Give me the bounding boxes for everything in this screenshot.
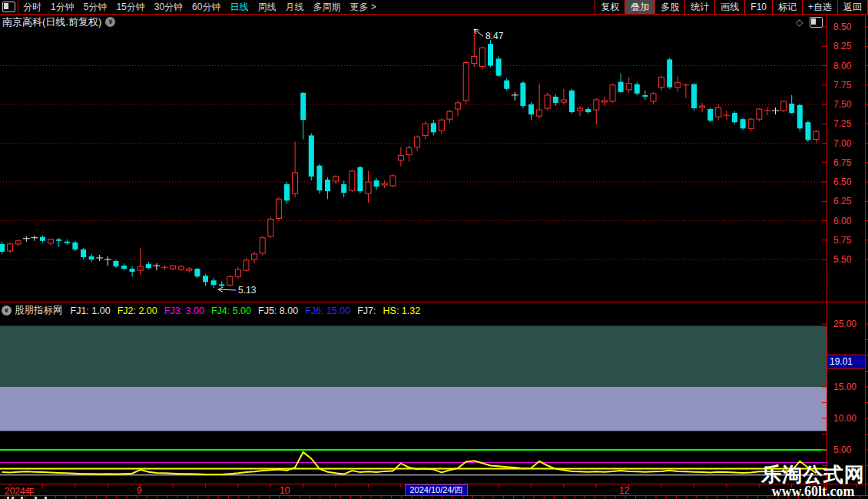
period-tab-8[interactable]: 月线 xyxy=(285,0,303,14)
toolbar-button-6[interactable]: 标记 xyxy=(772,0,802,14)
value-marker: 19.01 xyxy=(827,355,865,368)
period-tab-10[interactable]: 更多 > xyxy=(350,0,376,14)
indicator-param-5: FJ6: 15.00 xyxy=(305,306,350,316)
main-chart[interactable]: 8.508.258.007.757.507.257.006.756.506.25… xyxy=(0,14,868,302)
selected-date-badge: 2024/10/24/四 xyxy=(405,484,468,496)
candle-series xyxy=(0,29,819,288)
indicator-hlines xyxy=(0,450,827,475)
panel-layout-icon[interactable] xyxy=(810,17,823,28)
svg-text:7.75: 7.75 xyxy=(833,80,852,91)
period-tab-5[interactable]: 60分钟 xyxy=(192,0,220,14)
indicator-param-7: HS: 1.32 xyxy=(383,306,421,316)
date-label-1: 9 xyxy=(137,485,142,496)
svg-text:7.50: 7.50 xyxy=(833,99,852,110)
chart-corner-icons: ◇ xyxy=(796,17,823,28)
diamond-icon[interactable]: ◇ xyxy=(796,17,803,28)
period-tab-3[interactable]: 15分钟 xyxy=(116,0,144,14)
price-axis: 8.508.258.007.757.507.257.006.756.506.25… xyxy=(822,21,868,265)
indicator-param-1: FJ2: 2.00 xyxy=(118,306,157,316)
indicator-param-2: FJ3: 3.00 xyxy=(164,306,204,316)
indicator-header: ∨ 股朋指标网 FJ1: 1.00FJ2: 2.00FJ3: 3.00FJ4: … xyxy=(2,305,427,316)
svg-text:7.00: 7.00 xyxy=(833,138,852,149)
chevron-down-icon[interactable]: ∨ xyxy=(2,306,12,316)
svg-text:8.00: 8.00 xyxy=(833,61,852,71)
watermark-title: 乐淘公式网 xyxy=(761,464,865,484)
period-tab-6[interactable]: 日线 xyxy=(230,0,248,14)
chart-title: 南京高科(日线.前复权) xyxy=(2,15,101,29)
svg-text:7.25: 7.25 xyxy=(833,118,852,129)
svg-text:8.25: 8.25 xyxy=(833,41,852,51)
svg-text:8.50: 8.50 xyxy=(833,21,852,32)
indicator-name: 股朋指标网 xyxy=(15,304,63,317)
panel-divider xyxy=(0,302,868,302)
chevron-down-icon[interactable]: ∨ xyxy=(105,17,115,27)
date-label-2: 10 xyxy=(280,485,290,496)
gridlines xyxy=(0,66,827,260)
svg-text:6.25: 6.25 xyxy=(833,196,852,207)
toolbar-button-5[interactable]: F10 xyxy=(744,0,772,14)
toolbar-button-8[interactable]: 返回 xyxy=(837,0,868,14)
indicator-params: FJ1: 1.00FJ2: 2.00FJ3: 3.00FJ4: 5.00FJ5:… xyxy=(71,306,428,316)
indicator-param-0: FJ1: 1.00 xyxy=(71,306,111,316)
price-annotations: 8.475.13 xyxy=(218,29,504,296)
hs-line xyxy=(2,452,817,474)
toolbar-button-4[interactable]: 画线 xyxy=(714,0,744,14)
toolbar-buttons: 复权叠加多股统计画线F10标记+自选返回 xyxy=(595,0,868,14)
watermark-url: www.60lt.com xyxy=(761,484,865,499)
svg-text:6.75: 6.75 xyxy=(833,157,852,168)
chart-title-row: 南京高科(日线.前复权) ∨ xyxy=(2,16,115,28)
indicator-param-6: FJ7: xyxy=(357,306,376,316)
svg-text:6.00: 6.00 xyxy=(833,216,852,226)
period-tabs: 分时1分钟5分钟15分钟30分钟60分钟日线周线月线多周期更多 > xyxy=(18,0,381,14)
svg-text:5.13: 5.13 xyxy=(238,285,257,296)
period-tab-4[interactable]: 30分钟 xyxy=(154,0,183,14)
top-toolbar: 分时1分钟5分钟15分钟30分钟60分钟日线周线月线多周期更多 > 复权叠加多股… xyxy=(0,0,868,14)
indicator-bands xyxy=(0,326,827,431)
svg-text:5.50: 5.50 xyxy=(833,254,852,265)
svg-text:5.00: 5.00 xyxy=(833,444,852,455)
layout-icon[interactable] xyxy=(2,2,15,12)
svg-text:15.00: 15.00 xyxy=(833,382,856,392)
period-tab-0[interactable]: 分时 xyxy=(23,0,41,14)
date-label-3: 12 xyxy=(619,485,629,496)
watermark: 乐淘公式网 www.60lt.com xyxy=(761,464,865,499)
toolbar-button-1[interactable]: 叠加 xyxy=(624,0,654,14)
period-tab-1[interactable]: 1分钟 xyxy=(51,0,75,14)
svg-text:5.75: 5.75 xyxy=(833,235,852,246)
period-tab-2[interactable]: 5分钟 xyxy=(84,0,108,14)
indicator-param-3: FJ4: 5.00 xyxy=(211,306,251,316)
indicator-chart[interactable]: 25.0015.0010.005.0019.01 xyxy=(0,317,868,484)
date-label-0: 2024年 xyxy=(5,485,35,498)
toolbar-button-3[interactable]: 统计 xyxy=(684,0,714,14)
svg-text:8.47: 8.47 xyxy=(485,31,504,41)
period-tab-9[interactable]: 多周期 xyxy=(313,0,340,14)
svg-text:25.00: 25.00 xyxy=(833,319,856,329)
svg-text:6.50: 6.50 xyxy=(833,177,852,187)
toolbar-button-2[interactable]: 多股 xyxy=(654,0,684,14)
svg-text:19.01: 19.01 xyxy=(830,356,853,367)
period-tab-7[interactable]: 周线 xyxy=(257,0,276,14)
app-window: 分时1分钟5分钟15分钟30分钟60分钟日线周线月线多周期更多 > 复权叠加多股… xyxy=(0,0,868,499)
indicator-param-4: FJ5: 8.00 xyxy=(258,306,298,316)
svg-text:10.00: 10.00 xyxy=(833,413,856,424)
toolbar-button-0[interactable]: 复权 xyxy=(595,0,624,14)
indicator-axis: 25.0015.0010.005.00 xyxy=(822,319,868,466)
clipped-next-panel-row xyxy=(0,496,868,499)
toolbar-button-7[interactable]: +自选 xyxy=(802,0,837,14)
